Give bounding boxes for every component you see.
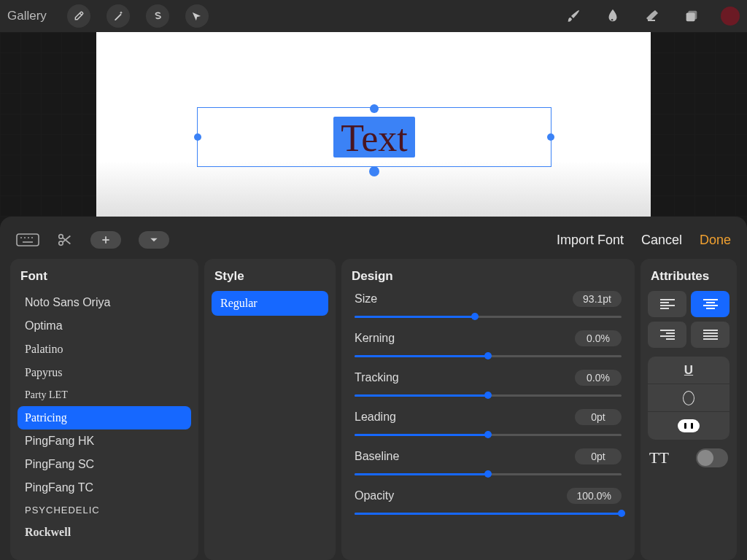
brush-icon[interactable] — [563, 6, 584, 26]
design-row: Leading 0pt — [355, 409, 622, 440]
design-value[interactable]: 93.1pt — [573, 291, 622, 307]
canvas-area: Text — [0, 32, 747, 217]
select-s-icon[interactable] — [146, 4, 169, 28]
design-value[interactable]: 0pt — [575, 448, 622, 464]
font-column: Font Noto Sans OriyaOptimaPalatinoPapyru… — [10, 259, 198, 560]
design-slider[interactable] — [355, 311, 622, 322]
text-selection-box[interactable]: Text — [197, 107, 551, 167]
font-item[interactable]: Optima — [18, 314, 191, 338]
attributes-column: Attributes U TT — [640, 259, 737, 560]
wrench-icon[interactable] — [67, 4, 90, 28]
style-title: Style — [204, 269, 336, 291]
design-title: Design — [341, 269, 635, 291]
design-rows: Size 93.1pt Kerning 0.0% Tracking 0.0% L… — [341, 291, 635, 518]
handle-rotate[interactable] — [369, 166, 379, 176]
font-item[interactable]: PSYCHEDELIC — [18, 499, 191, 521]
done-button[interactable]: Done — [700, 233, 731, 248]
design-column: Design Size 93.1pt Kerning 0.0% Tracking… — [341, 259, 635, 560]
dropdown-pill-button[interactable] — [139, 231, 169, 249]
font-item[interactable]: Noto Sans Oriya — [18, 291, 191, 314]
caps-row: TT — [648, 448, 729, 467]
text-highlight: Text — [333, 117, 415, 158]
align-right-button[interactable] — [648, 322, 686, 348]
design-row: Kerning 0.0% — [355, 330, 622, 361]
magic-wand-icon[interactable] — [107, 4, 130, 28]
canvas-text[interactable]: Text — [341, 117, 408, 159]
style-column: Style Regular — [204, 259, 336, 560]
font-item[interactable]: Patricing — [18, 406, 191, 429]
attributes-title: Attributes — [640, 269, 737, 291]
alignment-grid — [648, 291, 729, 348]
font-item[interactable]: Papyrus — [18, 361, 191, 384]
design-label: Size — [355, 292, 377, 306]
design-row: Opacity 100.0% — [355, 488, 622, 518]
handle-left[interactable] — [194, 133, 201, 141]
font-item[interactable]: Palatino — [18, 338, 191, 361]
design-label: Opacity — [355, 489, 394, 502]
design-value[interactable]: 0.0% — [575, 330, 622, 346]
font-item[interactable]: PingFang TC — [18, 476, 191, 499]
gallery-button[interactable]: Gallery — [7, 9, 47, 23]
panel-toolbar: Import Font Cancel Done — [10, 225, 737, 254]
caps-toggle[interactable] — [696, 448, 728, 467]
text-edit-panel: Import Font Cancel Done Font Noto Sans O… — [0, 217, 747, 560]
import-font-button[interactable]: Import Font — [557, 233, 624, 248]
design-slider[interactable] — [355, 351, 622, 361]
top-toolbar: Gallery — [0, 0, 747, 32]
align-center-button[interactable] — [691, 291, 729, 317]
design-label: Kerning — [355, 332, 395, 345]
font-title: Font — [10, 269, 198, 291]
design-slider[interactable] — [355, 429, 622, 440]
move-arrow-icon[interactable] — [185, 4, 209, 28]
smudge-icon[interactable] — [603, 6, 623, 26]
eraser-icon[interactable] — [642, 6, 662, 26]
font-item[interactable]: PingFang SC — [18, 453, 191, 476]
svg-rect-2 — [17, 234, 39, 246]
design-row: Tracking 0.0% — [355, 370, 622, 400]
design-label: Baseline — [355, 450, 399, 463]
underline-button[interactable]: U — [648, 357, 729, 384]
design-label: Tracking — [355, 371, 399, 384]
design-row: Baseline 0pt — [355, 448, 622, 479]
font-list[interactable]: Noto Sans OriyaOptimaPalatinoPapyrusPart… — [10, 291, 198, 550]
svg-rect-1 — [686, 12, 695, 21]
design-slider[interactable] — [355, 508, 622, 518]
layers-icon[interactable] — [681, 6, 702, 26]
font-item[interactable]: PingFang HK — [18, 429, 191, 453]
align-justify-button[interactable] — [691, 322, 729, 348]
design-value[interactable]: 0pt — [575, 409, 622, 425]
design-label: Leading — [355, 411, 396, 424]
canvas[interactable]: Text — [96, 32, 651, 217]
font-item[interactable]: Rockwell — [18, 521, 191, 544]
handle-right[interactable] — [547, 133, 554, 141]
style-list[interactable]: Regular — [204, 291, 336, 316]
outline-button[interactable] — [648, 384, 729, 412]
caps-label: TT — [649, 448, 669, 467]
design-value[interactable]: 0.0% — [575, 370, 622, 386]
strikethrough-button[interactable] — [648, 412, 729, 440]
scissors-icon[interactable] — [57, 232, 73, 248]
align-left-button[interactable] — [648, 291, 686, 317]
cancel-button[interactable]: Cancel — [641, 233, 682, 248]
design-slider[interactable] — [355, 390, 622, 400]
design-slider[interactable] — [355, 469, 622, 479]
add-pill-button[interactable] — [90, 231, 121, 249]
font-item[interactable]: Party LET — [18, 384, 191, 406]
design-row: Size 93.1pt — [355, 291, 622, 322]
handle-top[interactable] — [370, 104, 379, 113]
top-right-tools — [563, 6, 740, 26]
text-decoration-stack: U — [648, 357, 729, 440]
keyboard-icon[interactable] — [16, 232, 39, 248]
design-value[interactable]: 100.0% — [567, 488, 622, 504]
color-swatch[interactable] — [721, 7, 740, 26]
style-item[interactable]: Regular — [212, 291, 328, 316]
